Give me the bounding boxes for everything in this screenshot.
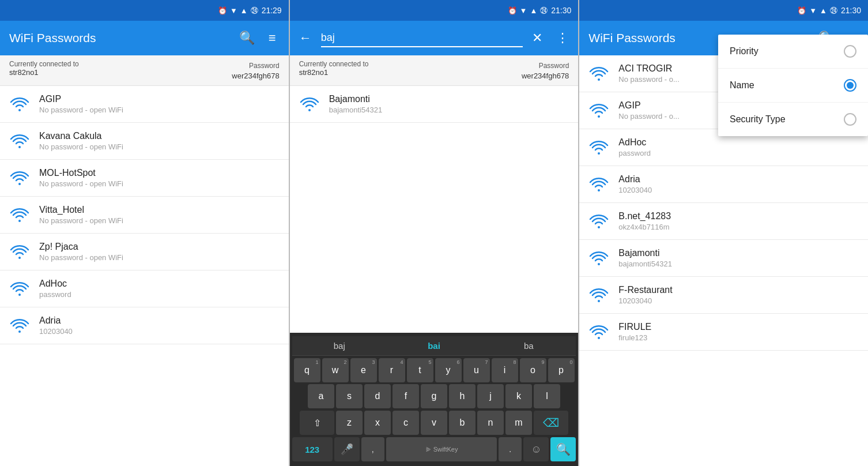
list-item[interactable]: Bajamonti bajamonti54321: [290, 86, 579, 123]
wifi-password: 10203040: [618, 296, 672, 305]
panel-2: ⏰ ▼ ▲ ㉔ 21:30 ← baj ✕ ⋮ Currently connec…: [290, 0, 579, 466]
wifi-icon: [588, 140, 609, 156]
wifi-icon: [588, 176, 609, 193]
suggestion-1[interactable]: bai: [387, 339, 481, 353]
clear-button-2[interactable]: ✕: [527, 26, 547, 50]
connected-bar-1: Currently connected to str82no1 Password…: [0, 55, 289, 86]
app-bar-1: WiFi Passwords 🔍 ≡: [0, 21, 289, 55]
back-button-2[interactable]: ←: [295, 26, 316, 50]
key-o[interactable]: 9o: [520, 358, 546, 382]
key-g[interactable]: g: [421, 384, 447, 408]
dropdown-item-priority[interactable]: Priority: [718, 35, 868, 69]
list-item[interactable]: AdHoc password: [0, 270, 289, 307]
kb-suggestions: baj bai ba: [292, 336, 576, 356]
battery-icon-3: ㉔: [830, 6, 837, 15]
key-space[interactable]: ⫸ SwiftKey: [386, 437, 497, 461]
key-b[interactable]: b: [449, 411, 475, 435]
key-y[interactable]: 6y: [435, 358, 462, 382]
key-q[interactable]: 1q: [294, 358, 320, 382]
key-mic[interactable]: 🎤: [334, 437, 360, 461]
list-item[interactable]: B.net_41283 okz4x4b7116m: [579, 203, 868, 240]
wifi-password: No password - open WiFi: [39, 216, 123, 225]
connected-left-2: Currently connected to str82no1: [299, 60, 369, 81]
wifi-icon: [588, 213, 609, 230]
wifi-password: 10203040: [618, 186, 652, 194]
list-item[interactable]: FIRULE firule123: [579, 314, 868, 351]
radio-button[interactable]: [844, 113, 856, 126]
dropdown-item-security-type[interactable]: Security Type: [718, 103, 868, 136]
key-u[interactable]: 7u: [463, 358, 490, 382]
key-n[interactable]: n: [477, 411, 504, 435]
key-s[interactable]: s: [336, 384, 363, 408]
list-item[interactable]: MOL-HotSpot No password - open WiFi: [0, 160, 289, 197]
list-item[interactable]: Zp! Pjaca No password - open WiFi: [0, 234, 289, 270]
wifi-name: ACI TROGIR: [618, 63, 680, 74]
list-item[interactable]: F-Restaurant 10203040: [579, 277, 868, 314]
connected-right-1: Password wer234fgh678: [232, 60, 279, 81]
list-item[interactable]: AGIP No password - open WiFi: [0, 86, 289, 123]
wifi-password: No password - open WiFi: [39, 179, 123, 188]
key-c[interactable]: c: [393, 411, 419, 435]
key-a[interactable]: a: [308, 384, 334, 408]
alarm-icon-3: ⏰: [797, 6, 806, 15]
key-backspace[interactable]: ⌫: [534, 411, 568, 435]
alarm-icon-2: ⏰: [508, 6, 517, 15]
key-r[interactable]: 4r: [379, 358, 405, 382]
list-item[interactable]: Bajamonti bajamonti54321: [579, 240, 868, 277]
key-comma[interactable]: ,: [361, 437, 384, 461]
key-emoji[interactable]: ☺: [523, 437, 549, 461]
wifi-name: MOL-HotSpot: [39, 168, 123, 178]
sort-dropdown: Priority Name Security Type: [718, 35, 868, 136]
suggestion-0[interactable]: baj: [292, 339, 387, 353]
password-label-2: Password: [539, 62, 569, 70]
key-m[interactable]: m: [505, 411, 532, 435]
password-value-1: wer234fgh678: [232, 72, 279, 80]
filter-icon-1[interactable]: ≡: [265, 27, 280, 49]
wifi-password: bajamonti54321: [618, 260, 672, 268]
key-v[interactable]: v: [421, 411, 447, 435]
key-123[interactable]: 123: [292, 437, 333, 461]
wifi-name: AdHoc: [39, 279, 71, 289]
list-item[interactable]: Kavana Cakula No password - open WiFi: [0, 123, 289, 160]
status-time-3: 21:30: [841, 6, 861, 15]
key-k[interactable]: k: [505, 384, 532, 408]
dropdown-item-name[interactable]: Name: [718, 69, 868, 103]
wifi-name: Kavana Cakula: [39, 131, 123, 141]
key-x[interactable]: x: [364, 411, 391, 435]
wifi-name: AdHoc: [618, 137, 651, 148]
key-w[interactable]: 2w: [322, 358, 349, 382]
radio-button[interactable]: [844, 45, 856, 58]
list-item[interactable]: Adria 10203040: [579, 166, 868, 203]
key-shift[interactable]: ⇧: [300, 411, 334, 435]
key-f[interactable]: f: [393, 384, 419, 408]
key-e[interactable]: 3e: [350, 358, 377, 382]
search-icon-1[interactable]: 🔍: [236, 27, 258, 49]
connected-network-1: str82no1: [9, 68, 79, 77]
key-l[interactable]: l: [534, 384, 560, 408]
more-button-2[interactable]: ⋮: [552, 26, 573, 50]
radio-button[interactable]: [844, 79, 856, 92]
battery-icon-2: ㉔: [540, 6, 548, 15]
key-h[interactable]: h: [449, 384, 475, 408]
key-p[interactable]: 0p: [548, 358, 575, 382]
wifi-name: AGIP: [618, 100, 680, 111]
key-j[interactable]: j: [477, 384, 504, 408]
key-d[interactable]: d: [364, 384, 391, 408]
list-item[interactable]: Adria 10203040: [0, 307, 289, 344]
status-time-2: 21:30: [551, 6, 571, 15]
search-input-2[interactable]: baj: [321, 29, 523, 47]
list-item[interactable]: Vitta_Hotel No password - open WiFi: [0, 197, 289, 234]
key-i[interactable]: 8i: [492, 358, 518, 382]
panel-3: ⏰ ▼ ▲ ㉔ 21:30 WiFi Passwords 🔍 ≡ ACI TRO…: [579, 0, 868, 466]
wifi-icon: [588, 103, 609, 119]
key-t[interactable]: 5t: [407, 358, 433, 382]
alarm-icon: ⏰: [218, 6, 227, 15]
key-search[interactable]: 🔍: [550, 437, 576, 461]
wifi-icon: [588, 287, 609, 303]
kb-row-2: a s d f g h j k l: [292, 384, 576, 408]
wifi-icon: [9, 281, 30, 297]
suggestion-2[interactable]: ba: [481, 339, 576, 353]
key-z[interactable]: z: [336, 411, 363, 435]
key-period[interactable]: .: [499, 437, 522, 461]
dropdown-label: Security Type: [730, 114, 786, 125]
